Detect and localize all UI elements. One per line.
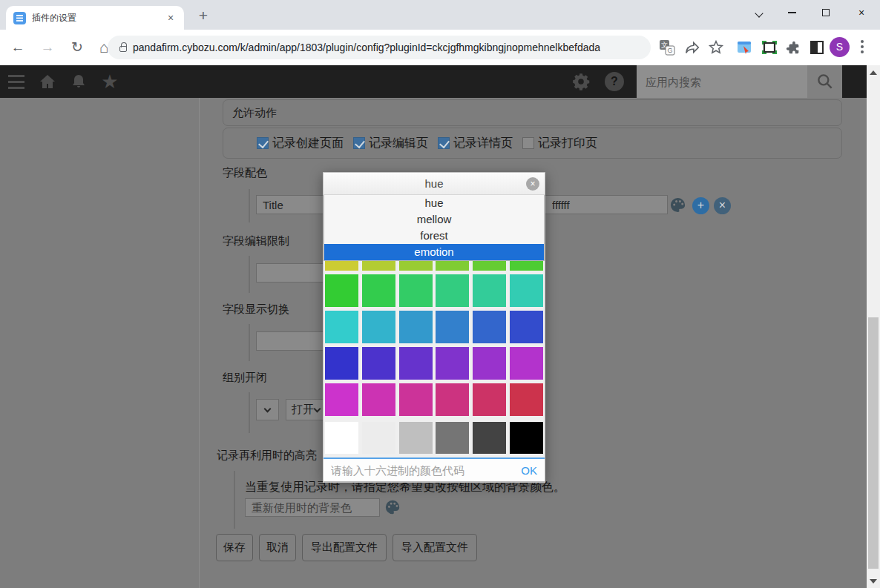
group-field-select[interactable] bbox=[256, 399, 279, 420]
action-checkbox-item[interactable]: 记录打印页 bbox=[522, 136, 597, 151]
new-tab-button[interactable]: + bbox=[193, 6, 214, 27]
cancel-button[interactable]: 取消 bbox=[259, 534, 296, 561]
palette-swatch[interactable] bbox=[436, 274, 469, 307]
dialog-header: hue × bbox=[324, 173, 545, 195]
browser-menu-icon[interactable] bbox=[861, 40, 864, 56]
palette-swatch[interactable] bbox=[473, 261, 506, 271]
palette-swatch[interactable] bbox=[473, 347, 506, 380]
screenshot-extension-icon[interactable] bbox=[761, 39, 778, 56]
palette-picker-icon[interactable] bbox=[384, 499, 401, 515]
palette-swatch[interactable] bbox=[325, 347, 358, 380]
window-chevron-icon[interactable] bbox=[748, 1, 770, 24]
palette-row-partial bbox=[325, 261, 543, 271]
scroll-up-arrow-icon[interactable] bbox=[870, 70, 877, 75]
palette-swatch[interactable] bbox=[325, 261, 358, 271]
checkbox-checked-icon[interactable] bbox=[438, 137, 450, 149]
palette-swatch[interactable] bbox=[510, 383, 543, 416]
notifications-bell-icon[interactable] bbox=[70, 65, 88, 98]
palette-swatch[interactable] bbox=[399, 347, 433, 380]
reuse-bg-color-input[interactable] bbox=[245, 498, 380, 517]
checkbox-checked-icon[interactable] bbox=[257, 137, 269, 149]
contrast-extension-icon[interactable] bbox=[809, 39, 825, 56]
favorites-star-icon[interactable]: ★ bbox=[101, 65, 119, 98]
palette-swatch[interactable] bbox=[362, 261, 395, 271]
palette-swatch[interactable] bbox=[362, 422, 395, 454]
action-checkbox-item[interactable]: 记录编辑页 bbox=[353, 136, 428, 151]
palette-swatch[interactable] bbox=[325, 383, 358, 416]
add-row-button[interactable]: + bbox=[692, 197, 709, 214]
bookmark-star-icon[interactable] bbox=[708, 39, 724, 56]
palette-swatch[interactable] bbox=[399, 311, 433, 343]
palette-swatch[interactable] bbox=[510, 274, 543, 307]
help-icon[interactable]: ? bbox=[605, 65, 624, 98]
save-button[interactable]: 保存 bbox=[216, 534, 253, 561]
window-maximize-button[interactable] bbox=[815, 1, 837, 24]
page-scrollbar[interactable] bbox=[867, 65, 880, 588]
palette-swatch[interactable] bbox=[436, 347, 469, 380]
reload-icon[interactable]: ↻ bbox=[68, 39, 86, 56]
hex-code-input[interactable] bbox=[331, 464, 515, 477]
checkbox-checked-icon[interactable] bbox=[353, 137, 365, 149]
palette-swatch[interactable] bbox=[436, 383, 469, 416]
palette-swatch[interactable] bbox=[399, 274, 433, 307]
palette-option-emotion[interactable]: emotion bbox=[324, 244, 544, 260]
palette-swatch[interactable] bbox=[362, 347, 395, 380]
palette-option-forest[interactable]: forest bbox=[324, 228, 544, 244]
palette-swatch[interactable] bbox=[436, 311, 469, 343]
back-icon[interactable]: ← bbox=[9, 39, 27, 56]
import-config-button[interactable]: 导入配置文件 bbox=[393, 534, 477, 561]
browser-tab[interactable]: 插件的设置 × bbox=[6, 6, 184, 30]
dialog-close-icon[interactable]: × bbox=[526, 177, 539, 191]
extensions-puzzle-icon[interactable] bbox=[785, 39, 801, 56]
palette-swatch[interactable] bbox=[325, 422, 358, 454]
palette-swatch[interactable] bbox=[362, 383, 395, 416]
remove-row-button[interactable]: × bbox=[714, 197, 731, 214]
palette-swatch[interactable] bbox=[473, 311, 506, 343]
capture-extension-icon[interactable] bbox=[736, 39, 752, 56]
palette-swatch[interactable] bbox=[510, 311, 543, 343]
palette-swatch[interactable] bbox=[362, 274, 395, 307]
scroll-down-arrow-icon[interactable] bbox=[870, 579, 877, 584]
url-text[interactable]: pandafirm.cybozu.com/k/admin/app/1803/pl… bbox=[133, 42, 600, 53]
checkbox-label: 记录编辑页 bbox=[369, 136, 428, 151]
palette-swatch[interactable] bbox=[510, 347, 543, 380]
scrollbar-thumb[interactable] bbox=[868, 317, 879, 569]
checkbox-unchecked-icon[interactable] bbox=[522, 137, 534, 149]
palette-picker-icon[interactable] bbox=[669, 196, 686, 214]
palette-swatch[interactable] bbox=[436, 422, 469, 454]
action-checkbox-item[interactable]: 记录创建页面 bbox=[257, 136, 344, 151]
search-button[interactable] bbox=[807, 65, 842, 98]
palette-swatch[interactable] bbox=[362, 311, 395, 343]
window-close-button[interactable]: × bbox=[850, 1, 873, 24]
palette-swatch[interactable] bbox=[399, 422, 433, 454]
ok-button[interactable]: OK bbox=[521, 464, 537, 477]
palette-option-hue[interactable]: hue bbox=[324, 195, 544, 211]
palette-swatch[interactable] bbox=[325, 274, 358, 307]
portal-home-icon[interactable] bbox=[39, 65, 56, 98]
lock-icon bbox=[119, 46, 127, 52]
url-bar[interactable]: pandafirm.cybozu.com/k/admin/app/1803/pl… bbox=[108, 36, 651, 59]
profile-avatar[interactable]: S bbox=[830, 37, 850, 57]
palette-swatch[interactable] bbox=[399, 261, 433, 271]
palette-swatch[interactable] bbox=[473, 274, 506, 307]
palette-swatch[interactable] bbox=[399, 383, 433, 416]
content-panel-border bbox=[199, 98, 200, 588]
tab-close-icon[interactable]: × bbox=[165, 12, 177, 24]
translate-icon[interactable]: 文G bbox=[659, 39, 675, 56]
forward-icon[interactable]: → bbox=[39, 39, 56, 56]
action-checkbox-item[interactable]: 记录详情页 bbox=[438, 136, 513, 151]
palette-swatch[interactable] bbox=[325, 311, 358, 343]
window-minimize-button[interactable] bbox=[781, 1, 803, 24]
export-config-button[interactable]: 导出配置文件 bbox=[302, 534, 387, 561]
share-icon[interactable] bbox=[684, 39, 700, 56]
group-state-select[interactable]: 打开 bbox=[286, 399, 326, 420]
settings-gear-icon[interactable] bbox=[571, 65, 591, 98]
palette-swatch[interactable] bbox=[510, 261, 543, 271]
palette-swatch[interactable] bbox=[510, 422, 543, 454]
palette-swatch[interactable] bbox=[436, 261, 469, 271]
palette-option-mellow[interactable]: mellow bbox=[324, 211, 544, 228]
app-search-input[interactable] bbox=[637, 65, 807, 98]
palette-swatch[interactable] bbox=[473, 422, 506, 454]
palette-swatch[interactable] bbox=[473, 383, 506, 416]
hamburger-menu-icon[interactable] bbox=[7, 65, 25, 98]
